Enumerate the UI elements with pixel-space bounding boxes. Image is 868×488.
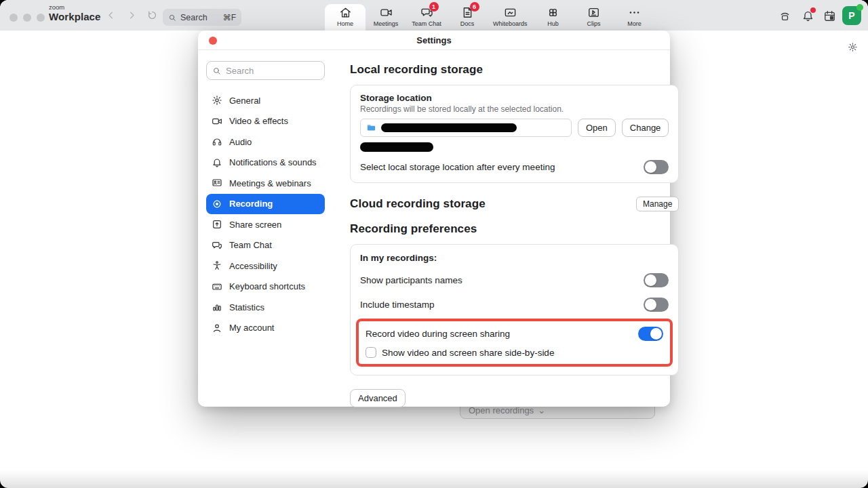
sidebar-item-notifications[interactable]: Notifications & sounds [206,152,325,174]
history-icon[interactable] [146,9,158,21]
record-video-screen-sharing-toggle[interactable] [638,327,663,341]
storage-location-card: Storage location Recordings will be stor… [350,85,679,183]
zoom-workplace-window: zoom Workplace Search ⌘F Home [0,0,868,488]
tab-whiteboards[interactable]: Whiteboards [488,0,533,30]
include-timestamp-toggle[interactable] [644,298,669,312]
sidebar-item-recording[interactable]: Recording [206,194,325,215]
sidebar-item-label: Video & effects [229,116,288,126]
tab-label: Whiteboards [493,20,528,27]
docs-badge: 6 [470,2,479,12]
sidebar-item-label: Audio [229,137,252,147]
record-video-screen-sharing-label: Record video during screen sharing [366,329,510,339]
sidebar-item-keyboard-shortcuts[interactable]: Keyboard shortcuts [206,277,325,298]
headphones-icon [212,136,222,147]
tab-docs[interactable]: 6 Docs [447,0,488,30]
tab-team-chat[interactable]: 1 Team Chat [406,0,447,30]
notifications-bell-icon[interactable] [802,9,814,22]
sidebar-item-label: Notifications & sounds [229,157,317,167]
traffic-light-zoom[interactable] [37,14,45,22]
tab-meetings[interactable]: Meetings [366,0,406,30]
app-title-big: Workplace [49,11,101,22]
tab-clips[interactable]: Clips [574,0,614,30]
modal-title: Settings [198,30,670,50]
home-icon [339,6,352,19]
team-chat-badge: 1 [429,2,439,12]
modal-header: Settings [198,30,670,50]
redacted-storage-path [381,123,517,132]
settings-content: Local recording storage Storage location… [333,50,695,406]
include-timestamp-label: Include timestamp [360,300,435,310]
sidebar-item-meetings-webinars[interactable]: Meetings & webinars [206,173,325,194]
hub-icon [547,6,559,19]
sidebar-item-accessibility[interactable]: Accessibility [206,256,325,277]
tab-label: More [627,20,642,27]
storage-location-title: Storage location [360,93,669,103]
back-icon[interactable] [105,9,117,21]
cloud-recording-heading: Cloud recording storage [350,197,486,211]
settings-gear-icon[interactable] [848,42,858,52]
sidebar-item-label: Recording [229,199,273,209]
tab-more[interactable]: More [614,0,655,30]
folder-icon [366,123,376,133]
share-screen-icon [212,219,222,230]
tab-label: Meetings [374,20,399,27]
meetings-icon [380,6,393,19]
sidebar-item-general[interactable]: General [206,90,325,111]
tab-hub[interactable]: Hub [533,0,574,30]
highlight-box: Record video during screen sharing Show … [356,319,673,367]
open-button[interactable]: Open [578,119,616,137]
calendar-icon[interactable] [823,9,836,22]
record-icon [212,199,222,209]
app-title-small: zoom [49,3,101,11]
side-by-side-checkbox[interactable] [366,347,376,358]
sidebar-item-label: Meetings & webinars [229,178,311,188]
sidebar-item-team-chat[interactable]: Team Chat [206,235,325,256]
sidebar-item-label: Team Chat [229,240,272,250]
meeting-screen-icon [212,178,222,188]
sidebar-item-audio[interactable]: Audio [206,131,325,152]
more-icon [628,6,641,19]
traffic-light-close[interactable] [9,14,18,22]
settings-search-input[interactable] [206,61,325,80]
storage-path-field[interactable] [360,119,572,137]
app-title: zoom Workplace [49,3,101,22]
select-location-label: Select local storage location after ever… [360,162,555,172]
video-camera-icon [212,116,222,127]
select-location-toggle[interactable] [644,160,669,174]
search-shortcut: ⌘F [223,13,236,22]
redacted-storage-info [360,142,433,152]
presence-dot [856,4,863,11]
accessibility-icon [212,260,222,271]
change-button[interactable]: Change [622,119,669,137]
sidebar-item-label: Share screen [229,220,281,230]
sidebar-item-share-screen[interactable]: Share screen [206,214,325,235]
settings-modal: Settings General [198,30,670,407]
tab-home[interactable]: Home [325,4,366,30]
manage-button[interactable]: Manage [636,197,679,211]
tab-label: Team Chat [412,20,441,27]
sidebar-item-my-account[interactable]: My account [206,318,325,339]
advanced-button[interactable]: Advanced [350,389,406,407]
sidebar-item-label: My account [229,323,274,333]
chat-bubbles-icon [212,240,222,251]
modal-close-button[interactable] [209,37,217,45]
avatar-initial: P [848,10,854,21]
tab-label: Hub [547,20,559,27]
tab-label: Home [337,20,353,27]
main-tab-bar: Home Meetings 1 Team Chat 6 Docs [325,0,655,30]
avatar[interactable]: P [842,6,861,25]
tab-label: Clips [587,20,601,27]
show-participants-names-label: Show participants names [360,275,462,285]
sidebar-item-statistics[interactable]: Statistics [206,297,325,318]
sidebar-item-video-effects[interactable]: Video & effects [206,111,325,132]
toolbar-search[interactable]: Search ⌘F [163,9,241,26]
traffic-light-minimize[interactable] [23,14,31,22]
recording-preferences-card: In my recordings: Show participants name… [350,244,679,375]
local-recording-heading: Local recording storage [350,63,679,77]
docs-icon: 6 [461,6,474,19]
connect-device-icon[interactable] [778,9,791,22]
sidebar-item-label: Accessibility [229,261,277,271]
forward-icon[interactable] [126,9,138,21]
show-participants-names-toggle[interactable] [644,273,669,287]
recording-preferences-heading: Recording preferences [350,222,679,236]
